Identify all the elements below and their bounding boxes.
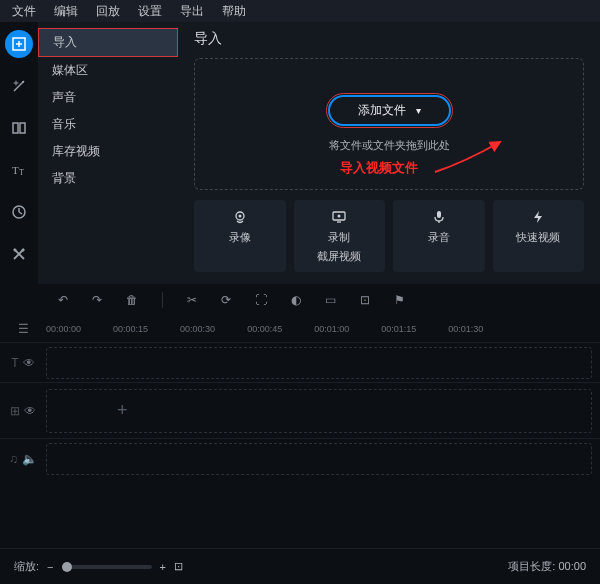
rail-transition-icon[interactable] [5, 114, 33, 142]
rotate-icon[interactable]: ⟳ [221, 293, 231, 307]
annotation-arrow-icon [430, 137, 510, 177]
track-settings-head[interactable]: ☰ [0, 322, 46, 336]
track-video-body[interactable]: + [46, 389, 592, 433]
audio-track-icon: ♫ [9, 452, 18, 466]
text-track-icon: T [11, 356, 18, 370]
svg-rect-21 [437, 211, 441, 218]
track-text-body[interactable] [46, 347, 592, 379]
screen-icon [331, 208, 347, 226]
marker-icon[interactable]: ⚑ [394, 293, 405, 307]
delete-icon[interactable]: 🗑 [126, 293, 138, 307]
zoom-out-button[interactable]: − [47, 561, 53, 573]
project-length-value: 00:00 [558, 560, 586, 572]
settings-icon: ☰ [18, 322, 29, 336]
content-panel: 导入 添加文件 ▾ 将文件或文件夹拖到此处 导入视频文件 录像 录制 截屏视频 [178, 22, 600, 284]
svg-text:T: T [12, 164, 19, 176]
menu-settings[interactable]: 设置 [130, 1, 170, 22]
sidebar-item-media[interactable]: 媒体区 [38, 57, 178, 84]
menu-file[interactable]: 文件 [4, 1, 44, 22]
rail-import-icon[interactable] [5, 30, 33, 58]
action-label-l1: 录制 [328, 230, 350, 245]
add-clip-button[interactable]: + [117, 400, 128, 421]
time-mark: 00:01:30 [448, 324, 483, 334]
clip-icon[interactable]: ▭ [325, 293, 336, 307]
svg-text:T: T [19, 168, 24, 177]
sidebar-item-background[interactable]: 背景 [38, 165, 178, 192]
menu-playback[interactable]: 回放 [88, 1, 128, 22]
dropzone[interactable]: 添加文件 ▾ 将文件或文件夹拖到此处 导入视频文件 [194, 58, 584, 190]
zoom-in-button[interactable]: + [160, 561, 166, 573]
time-mark: 00:00:00 [46, 324, 81, 334]
zoom-control: 缩放: − + ⊡ [14, 559, 183, 574]
action-label: 录音 [428, 230, 450, 245]
svg-point-19 [338, 215, 341, 218]
menu-edit[interactable]: 编辑 [46, 1, 86, 22]
sidebar-item-stock[interactable]: 库存视频 [38, 138, 178, 165]
zoom-label: 缩放: [14, 559, 39, 574]
action-row: 录像 录制 截屏视频 录音 快速视频 [194, 200, 584, 272]
rail-wand-icon[interactable] [5, 72, 33, 100]
color-icon[interactable]: ◐ [291, 293, 301, 307]
time-mark: 00:00:15 [113, 324, 148, 334]
track-audio-head[interactable]: ♫ 🔈 [0, 452, 46, 466]
footer: 缩放: − + ⊡ 项目长度: 00:00 [0, 548, 600, 584]
timeline-toolbar: ↶ ↷ 🗑 ✂ ⟳ ⛶ ◐ ▭ ⊡ ⚑ [0, 284, 600, 316]
action-record-camera[interactable]: 录像 [194, 200, 286, 272]
visibility-icon[interactable]: 👁 [23, 356, 35, 370]
svg-point-15 [22, 249, 25, 252]
sidebar: 导入 媒体区 声音 音乐 库存视频 背景 [38, 22, 178, 284]
mute-icon[interactable]: 🔈 [22, 452, 37, 466]
time-mark: 00:01:15 [381, 324, 416, 334]
main-area: TT 导入 媒体区 声音 音乐 库存视频 背景 导入 添加文件 ▾ 将文件或文件… [0, 22, 600, 284]
crop-icon[interactable]: ⛶ [255, 293, 267, 307]
add-file-label: 添加文件 [358, 102, 406, 119]
svg-point-14 [14, 249, 17, 252]
time-mark: 00:00:45 [247, 324, 282, 334]
bolt-icon [530, 208, 546, 226]
track-video: ⊞ 👁 + [0, 382, 600, 438]
rail-clock-icon[interactable] [5, 198, 33, 226]
sidebar-item-music[interactable]: 音乐 [38, 111, 178, 138]
sidebar-item-sound[interactable]: 声音 [38, 84, 178, 111]
annotation-text: 导入视频文件 [340, 159, 418, 177]
menubar: 文件 编辑 回放 设置 导出 帮助 [0, 0, 600, 22]
time-mark: 00:01:00 [314, 324, 349, 334]
chevron-down-icon[interactable]: ▾ [416, 105, 421, 116]
zoom-thumb[interactable] [62, 562, 72, 572]
redo-icon[interactable]: ↷ [92, 293, 102, 307]
time-ruler[interactable]: 00:00:00 00:00:15 00:00:30 00:00:45 00:0… [46, 320, 483, 338]
project-length: 项目长度: 00:00 [508, 559, 586, 574]
cut-icon[interactable]: ✂ [187, 293, 197, 307]
time-mark: 00:00:30 [180, 324, 215, 334]
action-fast-video[interactable]: 快速视频 [493, 200, 585, 272]
track-settings: ☰ 00:00:00 00:00:15 00:00:30 00:00:45 00… [0, 316, 600, 342]
rail-tools-icon[interactable] [5, 240, 33, 268]
camera-icon [232, 208, 248, 226]
add-file-button[interactable]: 添加文件 ▾ [328, 95, 451, 126]
sidebar-item-import[interactable]: 导入 [38, 28, 178, 57]
visibility-icon[interactable]: 👁 [24, 404, 36, 418]
track-text: T 👁 [0, 342, 600, 382]
rail-text-icon[interactable]: TT [5, 156, 33, 184]
svg-rect-5 [13, 123, 18, 133]
track-text-head[interactable]: T 👁 [0, 356, 46, 370]
menu-export[interactable]: 导出 [172, 1, 212, 22]
action-record-audio[interactable]: 录音 [393, 200, 485, 272]
track-video-head[interactable]: ⊞ 👁 [0, 404, 46, 418]
project-length-label: 项目长度: [508, 560, 555, 572]
undo-icon[interactable]: ↶ [58, 293, 68, 307]
record-icon[interactable]: ⊡ [360, 293, 370, 307]
track-audio: ♫ 🔈 [0, 438, 600, 478]
svg-line-11 [19, 212, 22, 214]
action-label: 录像 [229, 230, 251, 245]
timeline: ☰ 00:00:00 00:00:15 00:00:30 00:00:45 00… [0, 316, 600, 548]
content-title: 导入 [194, 30, 584, 48]
left-rail: TT [0, 22, 38, 284]
action-label: 快速视频 [516, 230, 560, 245]
action-record-screen[interactable]: 录制 截屏视频 [294, 200, 386, 272]
track-audio-body[interactable] [46, 443, 592, 475]
zoom-slider[interactable] [62, 565, 152, 569]
menu-help[interactable]: 帮助 [214, 1, 254, 22]
svg-point-4 [22, 81, 24, 83]
zoom-fit-icon[interactable]: ⊡ [174, 560, 183, 573]
